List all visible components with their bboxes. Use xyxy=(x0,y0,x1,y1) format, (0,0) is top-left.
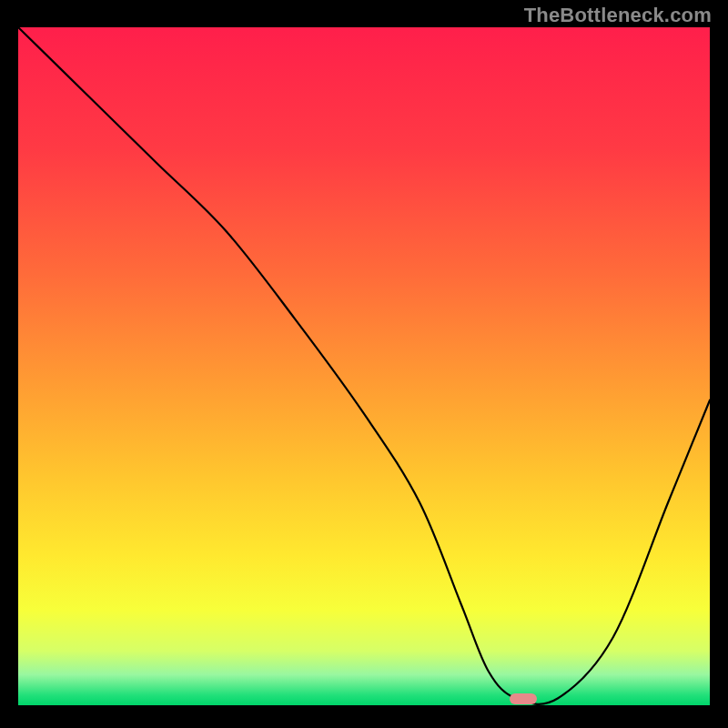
chart-frame: TheBottleneck.com xyxy=(0,0,728,728)
watermark-text: TheBottleneck.com xyxy=(524,4,712,27)
optimal-marker xyxy=(510,693,537,704)
plot-area xyxy=(18,27,710,705)
svg-rect-0 xyxy=(18,27,710,705)
background-gradient xyxy=(18,27,710,705)
